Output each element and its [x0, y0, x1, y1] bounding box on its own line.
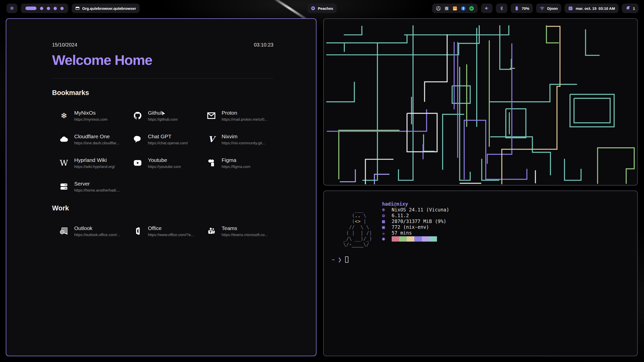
active-window-title-widget[interactable]: Org.qutebrowser.qutebrowser: [72, 4, 140, 13]
pipe-segment: [326, 35, 407, 43]
qutebrowser-window[interactable]: 15/10/2024 03:10:23 Welcome Home Bookmar…: [6, 18, 316, 356]
pipe-segment: [502, 26, 560, 184]
bookmark-name: Proton: [222, 110, 267, 116]
pipe-segment: [546, 25, 559, 43]
workspace-indicator[interactable]: [54, 7, 57, 10]
pipe-segment: [490, 137, 550, 175]
bookmark-name: Nixvim: [222, 133, 265, 140]
pipe-segment: [482, 159, 499, 180]
tray-icon-downloads[interactable]: [452, 6, 458, 11]
divider: [52, 78, 273, 78]
palette-swatch: [399, 236, 407, 242]
bookmark-item-chat-gpt[interactable]: Chat GPThttps://chat.openai.com/: [126, 132, 199, 147]
bookmark-url: https://outlook.office.com/...: [74, 233, 120, 237]
startpage-time: 03:10:23: [254, 42, 273, 48]
bookmark-item-hyprland-wiki[interactable]: WHyprland Wikihttps://wiki.hyprland.org/: [52, 156, 126, 170]
bookmark-grid: Outlookhttps://outlook.office.com/...Off…: [52, 224, 273, 238]
pipes-terminal-window[interactable]: [323, 18, 638, 186]
tray-icon-keepass[interactable]: [444, 6, 449, 11]
tray-icon-obs[interactable]: [436, 6, 441, 11]
fastfetch-entry-icon: ☕: [382, 230, 392, 236]
bookmark-url: https://wiki.hyprland.org/: [74, 165, 115, 169]
bookmark-name: Server: [74, 180, 120, 187]
bookmark-name: Hyprland Wiki: [74, 157, 115, 163]
pipe-segment: [326, 82, 354, 102]
palette-swatch: [429, 236, 437, 242]
speaker-icon: [484, 6, 489, 11]
section-title: Work: [52, 204, 273, 212]
clock-widget[interactable]: mar. oct. 15 03:10 AM: [565, 4, 618, 13]
bookmark-item-office[interactable]: Officehttps://www.office.com/?a...: [126, 224, 199, 238]
nixvim-icon: V: [208, 135, 215, 143]
bookmark-item-server[interactable]: Serverhttps://home.anotherhadi....: [52, 179, 126, 194]
bookmark-url: https://one.dash.cloudflar...: [74, 141, 119, 145]
workspaces-widget[interactable]: [21, 4, 68, 13]
bookmark-name: Youtube: [148, 157, 181, 163]
battery-icon: [514, 6, 519, 11]
bookmark-name: Chat GPT: [148, 133, 188, 140]
bookmark-item-youtube[interactable]: Youtubehttps://youtube.com: [126, 156, 199, 170]
pipe-segment: [570, 94, 614, 127]
palette-icon: ◉: [382, 236, 392, 242]
youtube-icon: [133, 158, 142, 167]
notification-count: 1: [633, 6, 635, 11]
fastfetch-terminal-window[interactable]: ___ (.. \ (<> | // \ \ ( | | /| _/\ __)/…: [323, 191, 638, 356]
workspace-indicator-active[interactable]: [25, 7, 36, 10]
chat-bubble-icon: [133, 135, 142, 144]
bookmark-url: https://mynixos.com: [74, 117, 108, 122]
bookmark-item-cloudflare-one[interactable]: Cloudflare Onehttps://one.dash.cloudflar…: [52, 132, 126, 147]
fastfetch-user-host: hadi@nixy: [382, 201, 449, 207]
pipe-segment: [490, 84, 577, 102]
outlook-icon: [59, 227, 68, 236]
bookmark-name: Office: [148, 225, 194, 231]
status-bar: ❄ Org.qutebrowser.qutebrowser Peaches: [0, 0, 644, 16]
workspace-indicator[interactable]: [60, 7, 64, 10]
fastfetch-entry-icon: ❄: [382, 207, 392, 213]
bookmark-item-teams[interactable]: Teamshttps://teams.microsoft.co...: [199, 224, 273, 238]
teams-icon: [207, 227, 216, 236]
pipes-screensaver: [324, 19, 637, 185]
wifi-icon: [540, 6, 545, 11]
fastfetch-entry-icon: ▣: [382, 224, 392, 230]
fastfetch-entry-icon: ▦: [382, 218, 392, 224]
media-player-widget[interactable]: Peaches: [307, 4, 337, 13]
bookmark-name: MyNixOs: [74, 110, 108, 116]
palette-swatch: [422, 236, 429, 242]
workspace-indicator[interactable]: [47, 7, 50, 10]
media-track-label: Peaches: [318, 6, 333, 11]
bookmark-item-proton[interactable]: Protonhttps://mail.proton.me/u/0...: [199, 108, 273, 123]
bookmark-item-mynixos[interactable]: ❄MyNixOshttps://mynixos.com: [52, 108, 126, 123]
bookmark-item-figma[interactable]: Figmahttps://figma.com: [199, 156, 273, 170]
palette-swatch: [414, 236, 422, 242]
bookmark-item-outlook[interactable]: Outlookhttps://outlook.office.com/...: [52, 224, 126, 238]
fastfetch-palette-row: ◉: [382, 236, 449, 242]
bookmark-item-nixvim[interactable]: VNixvimhttps://nix-community.git...: [199, 132, 273, 147]
envelope-icon: [207, 111, 216, 120]
palette-swatch: [392, 236, 399, 242]
tray-icon-spotify[interactable]: [469, 6, 474, 11]
bookmark-url: https://figma.com: [222, 165, 250, 169]
battery-widget[interactable]: 70%: [511, 4, 533, 13]
system-tray[interactable]: [432, 4, 478, 13]
volume-widget[interactable]: [481, 4, 493, 13]
mouse-cursor: [160, 110, 167, 117]
bluetooth-widget[interactable]: [496, 4, 507, 13]
nix-snowflake-icon: ❄: [10, 6, 14, 11]
workspace-indicator[interactable]: [40, 7, 43, 10]
bluetooth-icon: [499, 6, 504, 11]
bookmark-name: Teams: [222, 225, 268, 231]
nix-menu-button[interactable]: ❄: [7, 4, 17, 13]
bookmark-url: https://nix-community.git...: [222, 141, 265, 145]
github-icon: [133, 111, 142, 120]
window-icon: [75, 6, 80, 11]
network-widget[interactable]: Djoon: [536, 4, 561, 13]
pipe-segment: [326, 25, 479, 55]
pipe-segment: [398, 25, 413, 180]
shell-prompt[interactable]: ~ ❯: [328, 256, 631, 263]
notifications-widget[interactable]: 1: [622, 4, 638, 13]
tray-icon-bluetooth[interactable]: [461, 6, 466, 11]
terminal-cursor: [345, 256, 348, 263]
bookmark-url: https://github.com: [148, 117, 178, 122]
prompt-chevron-icon: ❯: [338, 257, 342, 262]
prompt-directory: ~: [332, 257, 335, 262]
